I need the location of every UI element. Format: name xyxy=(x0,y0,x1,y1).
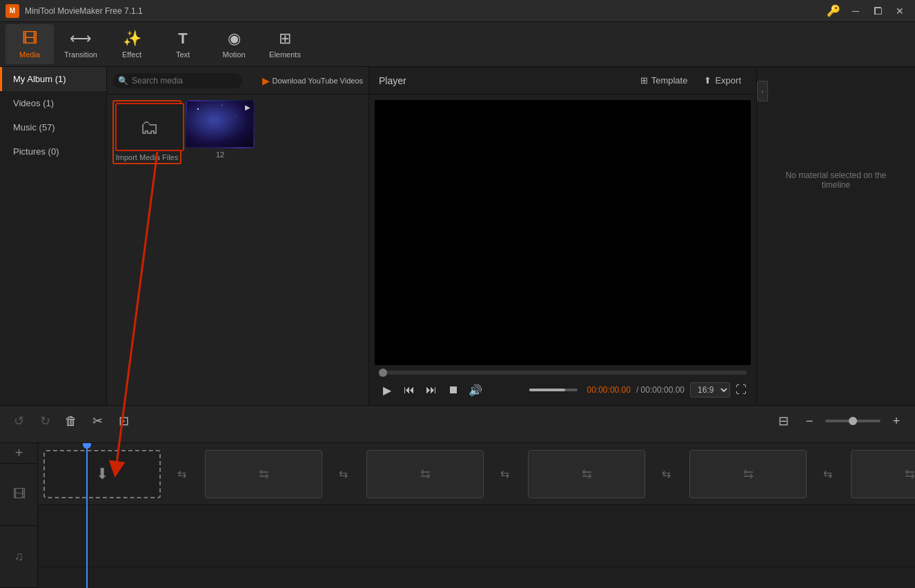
transition-icon: ⟷ xyxy=(70,30,92,48)
play-button[interactable]: ▶ xyxy=(379,382,395,398)
toolbar-effect[interactable]: ✨ Effect xyxy=(108,24,156,64)
stop-button[interactable]: ⏹ xyxy=(445,382,462,398)
elements-icon: ⊞ xyxy=(279,30,291,48)
timeline-segment-0[interactable]: ⬇ xyxy=(43,450,161,498)
zoom-slider[interactable] xyxy=(825,420,880,422)
zoom-in-button[interactable]: + xyxy=(886,411,907,431)
playback-controls: ▶ ⏮ ⏭ ⏹ 🔊 00:00:00.00 / 00:00:00.00 16:9 xyxy=(379,382,747,398)
timeline-transition-2[interactable]: ⇆ xyxy=(322,450,364,498)
media-panel: 🔍 ▶ Download YouTube Videos 🗂 Import Med… xyxy=(107,67,369,405)
toolbar-motion[interactable]: ◉ Motion xyxy=(210,24,258,64)
delete-button[interactable]: 🗑 xyxy=(61,411,81,431)
fit-timeline-button[interactable]: ⊟ xyxy=(773,411,794,431)
zoom-out-button[interactable]: − xyxy=(799,411,820,431)
timeline-segment-5[interactable]: ⇆ xyxy=(851,450,915,498)
volume-button[interactable]: 🔊 xyxy=(467,382,484,398)
timeline-header xyxy=(0,436,915,443)
minimize-button[interactable]: ─ xyxy=(846,4,865,18)
effect-icon: ✨ xyxy=(123,30,141,48)
transition-arrow-icon-5: ⇆ xyxy=(823,467,832,480)
fullscreen-button[interactable]: ⛶ xyxy=(736,384,747,396)
timeline-body: + 🎞 ♫ ⬇ ⇆ xyxy=(0,443,915,588)
player-section: Player ⊞ Template ⬆ Export ▶ ⏮ ⏭ xyxy=(369,67,756,405)
swap-icon-4: ⇆ xyxy=(743,467,754,482)
import-media-item[interactable]: 🗂 Import Media Files xyxy=(112,100,181,164)
folder-icon: 🗂 xyxy=(140,116,159,139)
progress-bar[interactable] xyxy=(379,371,747,375)
timeline-transition-4[interactable]: ⇆ xyxy=(645,450,687,498)
redo-button[interactable]: ↻ xyxy=(35,411,55,431)
player-header: Player ⊞ Template ⬆ Export xyxy=(369,67,756,95)
timeline-segment-2[interactable]: ⇆ xyxy=(366,450,484,498)
download-arrow-icon: ⬇ xyxy=(96,465,108,483)
toolbar-transition-label: Transition xyxy=(64,50,97,59)
timeline-segment-1[interactable]: ⇆ xyxy=(205,450,322,498)
media-grid: 🗂 Import Media Files ▶ 12 xyxy=(107,95,368,170)
transition-arrow-icon-2: ⇆ xyxy=(339,467,348,480)
media-clip-1[interactable]: ▶ 12 xyxy=(186,100,255,164)
toolbar-motion-label: Motion xyxy=(222,50,245,59)
time-current: 00:00:00.00 xyxy=(587,385,631,395)
right-panel-collapse-button[interactable]: › xyxy=(757,81,768,101)
sidebar-item-my-album[interactable]: My Album (1) xyxy=(0,67,106,91)
titlebar: M MiniTool MovieMaker Free 7.1.1 🔑 ─ ⧠ ✕ xyxy=(0,0,915,22)
download-youtube-button[interactable]: ▶ Download YouTube Videos xyxy=(262,75,364,86)
app-title: MiniTool MovieMaker Free 7.1.1 xyxy=(25,6,827,16)
template-button[interactable]: ⊞ Template xyxy=(635,72,693,88)
timeline-transition-1[interactable]: ⇆ xyxy=(161,450,202,498)
toolbar-transition[interactable]: ⟷ Transition xyxy=(57,24,105,64)
timeline-transition-3[interactable]: ⇆ xyxy=(484,450,525,498)
video-track-label: 🎞 xyxy=(0,464,38,526)
volume-slider[interactable] xyxy=(529,389,578,391)
add-track-button[interactable]: + xyxy=(0,443,38,464)
export-button[interactable]: ⬆ Export xyxy=(698,72,747,88)
timeline-track-labels: + 🎞 ♫ xyxy=(0,443,38,588)
timeline-transition-5[interactable]: ⇆ xyxy=(807,450,848,498)
search-wrap: 🔍 xyxy=(112,73,258,88)
collapse-icon: › xyxy=(761,88,763,95)
progress-knob[interactable] xyxy=(379,369,387,377)
timeline-indicator xyxy=(86,443,88,588)
timeline-segment-4[interactable]: ⇆ xyxy=(689,450,807,498)
video-track: ⬇ ⇆ ⇆ ⇆ ⇆ ⇆ xyxy=(38,443,915,505)
titlebar-controls: ─ ⧠ ✕ xyxy=(846,4,909,18)
toolbar-text[interactable]: T Text xyxy=(159,24,207,64)
crop-button[interactable]: ⊡ xyxy=(113,411,134,431)
audio-track xyxy=(38,505,915,567)
toolbar-elements[interactable]: ⊞ Elements xyxy=(261,24,309,64)
timeline-segment-3[interactable]: ⇆ xyxy=(528,450,645,498)
toolbar-text-label: Text xyxy=(176,50,190,59)
no-material-message: No material selected on the timeline xyxy=(757,170,915,190)
close-button[interactable]: ✕ xyxy=(890,4,909,18)
restore-button[interactable]: ⧠ xyxy=(868,4,887,18)
undo-button[interactable]: ↺ xyxy=(8,411,29,431)
next-frame-button[interactable]: ⏭ xyxy=(423,382,440,398)
sidebar-item-music[interactable]: Music (57) xyxy=(0,115,106,139)
sidebar-item-pictures[interactable]: Pictures (0) xyxy=(0,139,106,164)
transition-arrow-icon-4: ⇆ xyxy=(662,467,671,480)
app-icon: M xyxy=(6,4,19,18)
player-actions: ⊞ Template ⬆ Export xyxy=(635,72,747,88)
music-note-icon: ♫ xyxy=(14,549,24,564)
transition-arrow-icon-3: ⇆ xyxy=(500,467,509,480)
template-icon: ⊞ xyxy=(640,75,648,86)
zoom-knob xyxy=(849,417,857,425)
key-icon: 🔑 xyxy=(827,4,840,17)
audio-track-label: ♫ xyxy=(0,526,38,588)
transition-arrow-icon: ⇆ xyxy=(177,467,186,480)
search-input[interactable] xyxy=(112,73,242,88)
aspect-ratio-select[interactable]: 16:9 9:16 4:3 1:1 21:9 xyxy=(690,382,730,398)
toolbar: 🎞 Media ⟷ Transition ✨ Effect T Text ◉ M… xyxy=(0,22,915,67)
export-icon: ⬆ xyxy=(704,75,711,86)
cut-button[interactable]: ✂ xyxy=(87,411,108,431)
prev-frame-button[interactable]: ⏮ xyxy=(401,382,417,398)
media-icon: 🎞 xyxy=(22,30,37,48)
volume-fill xyxy=(529,389,566,391)
sidebar-item-videos[interactable]: Videos (1) xyxy=(0,91,106,115)
media-toolbar: 🔍 ▶ Download YouTube Videos xyxy=(107,67,368,95)
player-controls: ▶ ⏮ ⏭ ⏹ 🔊 00:00:00.00 / 00:00:00.00 16:9 xyxy=(369,371,756,405)
left-panel: My Album (1) Videos (1) Music (57) Pictu… xyxy=(0,67,107,405)
toolbar-media[interactable]: 🎞 Media xyxy=(6,24,54,64)
swap-icon-3: ⇆ xyxy=(582,467,592,482)
toolbar-elements-label: Elements xyxy=(269,50,301,59)
